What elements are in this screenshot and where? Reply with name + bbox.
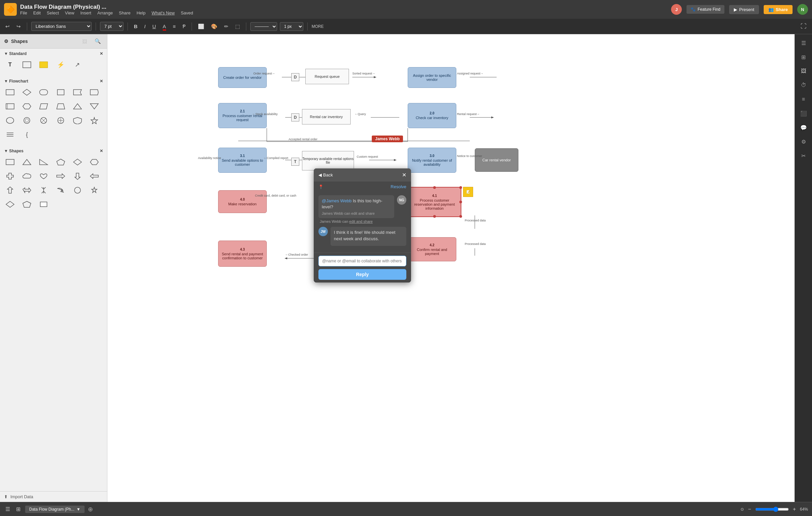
- datastore-temp-options[interactable]: Temporary available rental options file: [302, 151, 354, 170]
- menu-view[interactable]: View: [65, 10, 75, 16]
- font-selector[interactable]: Liberation Sans: [31, 22, 92, 31]
- sh-white-box[interactable]: [37, 198, 50, 210]
- rect-shape[interactable]: [21, 59, 33, 71]
- redo-button[interactable]: ↪: [14, 22, 23, 31]
- fill-color-button[interactable]: 🎨: [209, 22, 220, 31]
- stroke-color-button[interactable]: ✏: [222, 22, 231, 31]
- fc-flag[interactable]: [88, 86, 100, 98]
- menu-share[interactable]: Share: [119, 10, 130, 16]
- arrow-shape[interactable]: ↗: [71, 59, 84, 71]
- align-button[interactable]: ≡: [171, 22, 178, 31]
- node-process-payment[interactable]: 4.1 Process customer reservation and pay…: [408, 187, 461, 217]
- fc-inv-triangle[interactable]: [88, 100, 100, 112]
- user-avatar-j[interactable]: J: [671, 4, 682, 15]
- flowchart-section-header[interactable]: ▼ Flowchart ✕: [4, 79, 103, 84]
- sh-heart[interactable]: [37, 170, 50, 182]
- sh-cross[interactable]: [4, 170, 16, 182]
- fc-rounded[interactable]: [37, 86, 50, 98]
- rp-table-button[interactable]: ⊞: [798, 51, 810, 63]
- sh-vert-double-arrow[interactable]: [37, 184, 50, 196]
- more-label[interactable]: MORE: [312, 24, 324, 29]
- shapes-image-button[interactable]: 🖼: [80, 37, 89, 46]
- node-notify-customer[interactable]: 3.0 Notify rental customer of availabili…: [408, 148, 456, 173]
- menu-select[interactable]: Select: [47, 10, 59, 16]
- zoom-out-button[interactable]: −: [747, 505, 752, 514]
- comment-close-button[interactable]: ✕: [402, 172, 406, 178]
- menu-edit[interactable]: Edit: [33, 10, 40, 16]
- shapes-search-button[interactable]: 🔍: [93, 37, 103, 46]
- sh-double-arrow[interactable]: [21, 184, 33, 196]
- grid-view-button[interactable]: ⊞: [15, 505, 22, 514]
- standard-section-header[interactable]: ▼ Standard ✕: [4, 51, 103, 56]
- font-color-button[interactable]: A: [161, 22, 168, 31]
- datastore-request-queue[interactable]: Request queue: [305, 69, 349, 84]
- zoom-slider[interactable]: [755, 507, 789, 512]
- fc-x-circle[interactable]: [37, 114, 50, 126]
- rp-layers-button[interactable]: ≡: [798, 93, 810, 105]
- sh-arrow-right[interactable]: [55, 170, 67, 182]
- bold-button[interactable]: B: [132, 22, 140, 31]
- reply-button[interactable]: Reply: [318, 269, 406, 280]
- sh-triangle[interactable]: [21, 156, 33, 168]
- node-car-vendor[interactable]: Car rental vendor: [475, 148, 518, 172]
- sh-curved-arrow[interactable]: [55, 184, 67, 196]
- diagram-tab[interactable]: Data Flow Diagram (Ph... ▼: [25, 506, 85, 513]
- rp-comment-button[interactable]: 💬: [798, 121, 810, 134]
- sh-hexagon[interactable]: [88, 156, 100, 168]
- fc-hexagon[interactable]: [21, 100, 33, 112]
- line-style-selector[interactable]: ─────: [250, 22, 277, 31]
- fc-shield[interactable]: [71, 114, 84, 126]
- sh-star2[interactable]: [88, 184, 100, 196]
- sh-arrow-down[interactable]: [71, 170, 84, 182]
- edit-share-link[interactable]: edit and share: [349, 220, 373, 224]
- sh-arrow-left[interactable]: [88, 170, 100, 182]
- rp-image-button[interactable]: 🖼: [798, 65, 810, 77]
- fc-list[interactable]: [4, 128, 16, 141]
- shapes-section-header[interactable]: ▼ Shapes ✕: [4, 149, 103, 153]
- node-send-options[interactable]: 3.1 Send available options to customer: [218, 148, 267, 173]
- fc-rect2[interactable]: [55, 86, 67, 98]
- add-tab-button[interactable]: ⊕: [88, 506, 93, 513]
- comment-back-button[interactable]: ◀ Back: [318, 172, 333, 177]
- font-size-selector[interactable]: 7 pt: [100, 22, 123, 31]
- undo-button[interactable]: ↩: [3, 22, 12, 31]
- underline-button[interactable]: U: [150, 22, 158, 31]
- shape-style-button[interactable]: ⬜: [196, 22, 206, 31]
- node-process-rental[interactable]: 2.1 Process customer rental request: [218, 103, 267, 128]
- node-send-confirmation[interactable]: 4.3 Send rental and payment confirmation…: [218, 240, 267, 267]
- expand-button[interactable]: ⛶: [799, 22, 809, 31]
- list-view-button[interactable]: ☰: [4, 505, 11, 514]
- import-data-button[interactable]: ⬆ Import Data: [0, 491, 107, 502]
- sh-diamond[interactable]: [71, 156, 84, 168]
- fc-star[interactable]: [88, 114, 100, 126]
- zoom-in-button[interactable]: +: [791, 505, 797, 514]
- sh-rect[interactable]: [4, 156, 16, 168]
- feature-find-button[interactable]: 🐾 File Feature Find: [687, 5, 724, 14]
- sticky-note[interactable]: 📝: [463, 187, 473, 197]
- node-confirm-payment[interactable]: 4.2 Confirm rental and payment: [408, 237, 456, 261]
- tab-dropdown-icon[interactable]: ▼: [77, 507, 81, 512]
- fc-plus[interactable]: [55, 114, 67, 126]
- user-avatar-n[interactable]: N: [797, 4, 808, 15]
- menu-whats-new[interactable]: What's New: [152, 10, 175, 16]
- standard-close-icon[interactable]: ✕: [100, 51, 103, 56]
- rp-settings-button[interactable]: ⚙: [798, 136, 810, 148]
- sh-arrow-up[interactable]: [4, 184, 16, 196]
- node-assign-order[interactable]: Assign order to specific vendor: [408, 67, 456, 88]
- fc-triangle[interactable]: [71, 100, 84, 112]
- sh-right-triangle[interactable]: [37, 156, 50, 168]
- fc-trapezoid[interactable]: [55, 100, 67, 112]
- line-width-selector[interactable]: 1 px: [280, 22, 303, 31]
- italic-button[interactable]: I: [142, 22, 148, 31]
- rp-scissors-button[interactable]: ✂: [798, 150, 810, 162]
- datastore-rental-inventory[interactable]: Rental car inventory: [302, 109, 351, 124]
- fc-parallelogram[interactable]: [37, 100, 50, 112]
- sh-pentagon2[interactable]: [21, 198, 33, 210]
- sh-cloud[interactable]: [21, 170, 33, 182]
- lightning-shape[interactable]: ⚡: [55, 59, 67, 71]
- present-button[interactable]: ▶ Present: [729, 5, 759, 14]
- text-align-button[interactable]: Ᵽ: [180, 22, 187, 31]
- fc-circle2[interactable]: [21, 114, 33, 126]
- menu-file[interactable]: File: [20, 10, 27, 16]
- fc-diamond[interactable]: [21, 86, 33, 98]
